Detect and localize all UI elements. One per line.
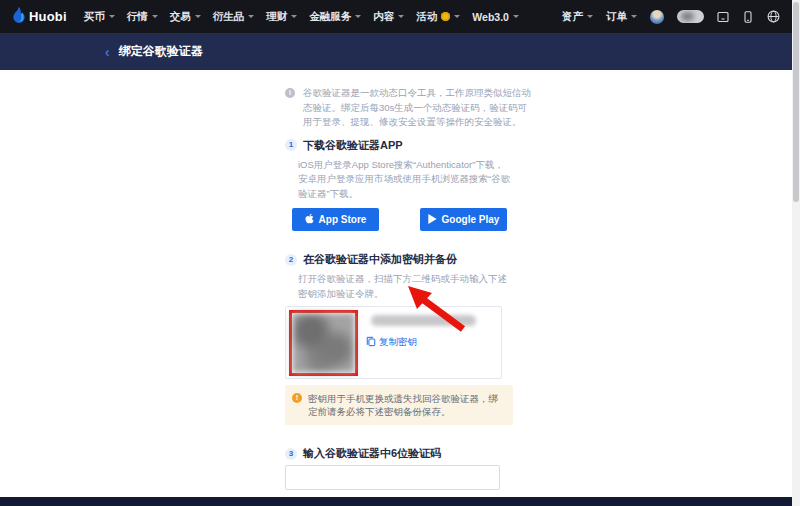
mobile-app-icon[interactable] bbox=[742, 11, 754, 23]
step2-description: 打开谷歌验证器，扫描下方二维码或手动输入下述密钥添加验证令牌。 bbox=[298, 272, 512, 301]
copy-icon bbox=[366, 336, 376, 349]
nav-item-buy-crypto[interactable]: 买币 bbox=[84, 10, 115, 24]
secret-key-blurred bbox=[371, 315, 476, 326]
huobi-flame-icon bbox=[12, 7, 26, 27]
chevron-down-icon bbox=[248, 15, 254, 18]
intro-note: i 谷歌验证器是一款动态口令工具，工作原理类似短信动态验证。绑定后每30s生成一… bbox=[285, 86, 531, 130]
verification-code-input[interactable] bbox=[285, 465, 500, 490]
qr-code-blurred bbox=[292, 313, 355, 373]
nav-item-content[interactable]: 内容 bbox=[373, 10, 404, 24]
chevron-down-icon bbox=[109, 15, 115, 18]
balance-pill-blurred[interactable] bbox=[677, 10, 704, 23]
step1-description: iOS用户登录App Store搜索“Authenticator”下载，安卓用户… bbox=[298, 158, 512, 202]
chevron-down-icon bbox=[355, 15, 361, 18]
nav-item-earn[interactable]: 理财 bbox=[266, 10, 297, 24]
warning-text: 密钥用于手机更换或遗失找回谷歌验证器，绑定前请务必将下述密钥备份保存。 bbox=[308, 392, 505, 418]
nav-item-assets[interactable]: 资产 bbox=[562, 10, 593, 24]
google-play-button[interactable]: Google Play bbox=[420, 208, 507, 231]
page-title: 绑定谷歌验证器 bbox=[119, 43, 203, 60]
page-scrollbar[interactable] bbox=[792, 0, 800, 506]
nav-item-trade[interactable]: 交易 bbox=[170, 10, 201, 24]
step3-heading: 3 输入谷歌验证器中6位验证码 bbox=[285, 446, 517, 461]
app-store-button[interactable]: App Store bbox=[292, 208, 379, 231]
step1-heading: 1 下载谷歌验证器APP bbox=[285, 138, 517, 153]
warning-icon: ! bbox=[292, 393, 302, 403]
step3-badge: 3 bbox=[285, 448, 297, 460]
step2-heading: 2 在谷歌验证器中添加密钥并备份 bbox=[285, 252, 517, 267]
chevron-down-icon bbox=[291, 15, 297, 18]
step1-title: 下载谷歌验证器APP bbox=[303, 138, 403, 153]
coin-icon bbox=[441, 12, 450, 21]
copy-key-label: 复制密钥 bbox=[379, 336, 417, 349]
chevron-down-icon bbox=[454, 15, 460, 18]
apple-icon bbox=[305, 213, 314, 226]
footer-strip bbox=[0, 497, 800, 506]
nav-item-events[interactable]: 活动 bbox=[416, 10, 460, 24]
avatar[interactable] bbox=[650, 10, 664, 24]
chevron-down-icon bbox=[195, 15, 201, 18]
main-content: i 谷歌验证器是一款动态口令工具，工作原理类似短信动态验证。绑定后每30s生成一… bbox=[285, 84, 517, 506]
nav-item-derivatives[interactable]: 衍生品 bbox=[213, 10, 255, 24]
key-backup-warning: ! 密钥用于手机更换或遗失找回谷歌验证器，绑定前请务必将下述密钥备份保存。 bbox=[285, 385, 513, 425]
brand-name: Huobi bbox=[29, 9, 67, 24]
copy-key-link[interactable]: 复制密钥 bbox=[366, 336, 417, 349]
chevron-down-icon bbox=[587, 15, 593, 18]
step3-title: 输入谷歌验证器中6位验证码 bbox=[303, 446, 441, 461]
nav-item-financial-services[interactable]: 金融服务 bbox=[309, 10, 361, 24]
step1-badge: 1 bbox=[285, 139, 297, 151]
page-subheader: ‹ 绑定谷歌验证器 bbox=[0, 33, 800, 70]
main-menu: 买币 行情 交易 衍生品 理财 金融服务 内容 活动 Web3.0 bbox=[78, 10, 525, 24]
app-store-label: App Store bbox=[319, 214, 367, 225]
chevron-down-icon bbox=[631, 15, 637, 18]
back-icon[interactable]: ‹ bbox=[105, 45, 110, 59]
nav-right-group: 资产 订单 bbox=[562, 10, 800, 24]
globe-language-icon[interactable] bbox=[767, 10, 780, 23]
google-play-icon bbox=[428, 214, 437, 226]
top-navbar: Huobi 买币 行情 交易 衍生品 理财 金融服务 内容 活动 Web3.0 … bbox=[0, 0, 800, 33]
nav-item-markets[interactable]: 行情 bbox=[127, 10, 158, 24]
store-buttons-row: App Store Google Play bbox=[292, 208, 517, 231]
step2-badge: 2 bbox=[285, 254, 297, 266]
scrollbar-thumb[interactable] bbox=[793, 2, 799, 202]
step2-title: 在谷歌验证器中添加密钥并备份 bbox=[303, 252, 457, 267]
chevron-down-icon bbox=[152, 15, 158, 18]
intro-text: 谷歌验证器是一款动态口令工具，工作原理类似短信动态验证。绑定后每30s生成一个动… bbox=[303, 86, 531, 130]
chevron-down-icon bbox=[398, 15, 404, 18]
secret-key-panel: 复制密钥 bbox=[285, 306, 502, 379]
nav-item-orders[interactable]: 订单 bbox=[606, 10, 637, 24]
google-play-label: Google Play bbox=[442, 214, 500, 225]
huobi-logo[interactable]: Huobi bbox=[12, 7, 67, 27]
info-icon: i bbox=[285, 88, 295, 98]
nav-item-web3[interactable]: Web3.0 bbox=[472, 11, 519, 23]
page: Huobi 买币 行情 交易 衍生品 理财 金融服务 内容 活动 Web3.0 … bbox=[0, 0, 800, 506]
download-app-icon[interactable] bbox=[717, 11, 729, 23]
qr-highlight-annotation bbox=[289, 310, 358, 376]
chevron-down-icon bbox=[513, 15, 519, 18]
